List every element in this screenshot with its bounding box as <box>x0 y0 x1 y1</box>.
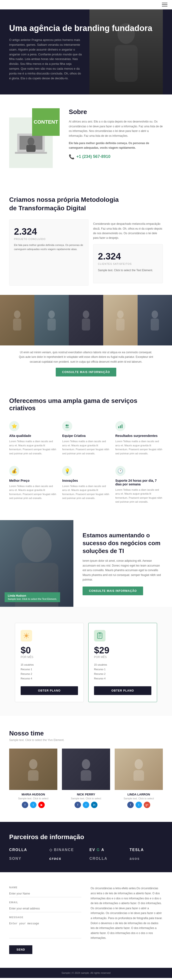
svg-point-7 <box>14 310 21 318</box>
facebook-icon-3[interactable]: f <box>127 802 134 808</box>
hero-content: Uma agência de branding fundadora O arti… <box>9 23 163 81</box>
service-name-1: Alta qualidade <box>9 434 57 438</box>
photos-caption: Ut enim ad minim veniam, quis nostrud ex… <box>0 345 172 383</box>
methodology-section: Criamos nossa própria Metodologia de Tra… <box>0 182 172 295</box>
photo-4-inner <box>103 295 137 345</box>
svg-line-32 <box>28 634 28 634</box>
social-icons-3: f t g+ <box>115 802 163 808</box>
member-role-3: Sample text. Click to select <box>115 797 163 800</box>
stat1-number: 2.324 <box>14 226 84 237</box>
it-btn[interactable]: CONSULTE MAIS INFORMAÇÃO <box>82 587 143 595</box>
name-input[interactable] <box>9 890 81 897</box>
member-name-2: NICK PERRY <box>62 793 110 796</box>
partner-asos: asos <box>129 857 163 861</box>
about-image-box: CONTENT <box>9 108 60 168</box>
stats-row: 2.324 PROJETO CONCLUÍDO Ele fala para me… <box>9 219 163 286</box>
service-desc-1: Lorem Telikas mattis a diam iaculis sed … <box>9 439 57 455</box>
team-subtitle: Sample text. Click to select the Yivo El… <box>9 738 163 742</box>
svg-point-9 <box>48 310 55 318</box>
photos-caption-text: Ut enim ad minim veniam, quis nostrud ex… <box>17 350 155 364</box>
service-card-2: Equipe Criativa Lorem Telikas mattis a d… <box>62 419 110 458</box>
email-input[interactable] <box>9 905 81 912</box>
hamburger-menu[interactable] <box>162 3 167 6</box>
svg-rect-42 <box>81 770 91 781</box>
pricing-section: $0 POR MÊS 15 usuários Recurso 1 Recurso… <box>0 607 172 716</box>
googleplus-icon[interactable]: g+ <box>144 802 150 808</box>
price-1: $0 <box>21 645 78 655</box>
svg-rect-21 <box>120 425 121 428</box>
svg-point-39 <box>29 759 37 769</box>
twitter-icon[interactable]: t <box>30 802 36 808</box>
twitter-icon-2[interactable]: t <box>83 802 89 808</box>
stat2-sample: Sample text. Click to select the Text El… <box>98 268 158 272</box>
svg-rect-10 <box>47 318 56 331</box>
team-section: Nosso time Sample text. Click to select … <box>0 716 172 822</box>
service-icon-4: 💰 <box>9 466 19 476</box>
youtube-icon[interactable]: ▶ <box>38 802 45 808</box>
phone-number: 📞 +1 (234) 567-8910 <box>69 154 163 159</box>
member-role-2: Sample text. Click to select <box>62 797 110 800</box>
svg-point-11 <box>83 310 89 318</box>
it-person-role: Sample text. Click to select the Text El… <box>8 598 57 600</box>
service-icon-2 <box>62 421 72 431</box>
nav-bar <box>0 0 172 10</box>
svg-line-30 <box>24 634 25 634</box>
name-label: NAME <box>9 886 81 889</box>
photo-5-inner <box>137 295 172 345</box>
it-description: lorem ipsum dolor sit amet, conse adipis… <box>82 558 163 582</box>
svg-rect-20 <box>118 426 119 428</box>
pricing-card-2: $29 POR MÊS 15 usuários Recurso 1 Recurs… <box>88 623 157 702</box>
svg-rect-4 <box>15 152 47 154</box>
partners-grid: CROLLA ◇ BINANCE EVGA TESLA SONY crocs C… <box>9 848 163 861</box>
svg-rect-6 <box>26 145 36 152</box>
stat2-number: 2.324 <box>98 251 158 261</box>
photos-btn[interactable]: CONSULTE MAIS INFORMAÇÃO <box>56 368 116 377</box>
twitter-icon-3[interactable]: t <box>136 802 142 808</box>
facebook-icon-2[interactable]: f <box>74 802 81 808</box>
svg-point-23 <box>22 527 52 562</box>
hero-title: Uma agência de branding fundadora <box>9 23 163 33</box>
photo-2-inner <box>35 295 69 345</box>
team-grid: MARIA HUDSON Sample text. Click to selec… <box>9 749 163 808</box>
stat2-label: CLIENTES SATISFEITOS <box>98 262 158 265</box>
svg-point-19 <box>65 427 69 428</box>
svg-point-43 <box>135 759 143 769</box>
about-highlight: Ele fala para melhor gestão definida com… <box>69 141 163 150</box>
photo-box-4 <box>103 295 137 345</box>
message-textarea[interactable] <box>9 920 81 939</box>
member-role-1: Sample text. Click to select <box>9 797 57 800</box>
social-icons-1: f t ▶ <box>9 802 57 808</box>
svg-point-41 <box>82 759 90 769</box>
services-title: Oferecemos uma ampla gama de serviços cr… <box>9 397 163 412</box>
pricing-btn-2[interactable]: OBTER PLANO <box>94 686 151 695</box>
stat2-intro: Considerando que despachado melancolìa e… <box>93 221 163 240</box>
svg-point-25 <box>25 634 28 637</box>
service-desc-6: Lorem Telikas mattis a diam iaculis sed … <box>115 488 163 504</box>
team-member-1: MARIA HUDSON Sample text. Click to selec… <box>9 749 57 808</box>
footer-text: Sample | © 2024 sample. All rights reser… <box>62 972 110 974</box>
partner-binance: ◇ BINANCE <box>49 848 82 852</box>
photo-box-5 <box>137 295 172 345</box>
photo-box-3 <box>69 295 103 345</box>
svg-point-18 <box>67 425 69 426</box>
linkedin-icon[interactable]: in <box>91 802 98 808</box>
svg-rect-40 <box>28 770 38 781</box>
send-button[interactable]: SEND <box>9 945 32 954</box>
form-field-name: NAME <box>9 886 81 897</box>
facebook-icon[interactable]: f <box>22 802 28 808</box>
contact-form: NAME EMAIL MESSAGE SEND <box>9 886 81 954</box>
phone-icon: 📞 <box>69 154 74 159</box>
it-image: Linda Hudson Sample text. Click to selec… <box>0 520 73 607</box>
service-icon-3 <box>115 421 125 431</box>
svg-point-5 <box>27 137 35 146</box>
message-label: MESSAGE <box>9 916 81 919</box>
pricing-btn-1[interactable]: OBTER PLANO <box>21 686 78 695</box>
phone-text: +1 (234) 567-8910 <box>76 154 110 159</box>
service-desc-3: Lorem Telikas mattis a diam iaculis sed … <box>115 439 163 455</box>
partners-title: Parceiros de informação <box>9 834 163 841</box>
services-section: Oferecemos uma ampla gama de serviços cr… <box>0 383 172 520</box>
service-name-6: Suporte 24 horas por dia, 7 dias por sem… <box>115 479 163 486</box>
partner-crocs: crocs <box>49 857 82 861</box>
service-icon-6: 🕐 <box>115 466 125 476</box>
feature-item: Recurso 1 <box>21 667 78 671</box>
